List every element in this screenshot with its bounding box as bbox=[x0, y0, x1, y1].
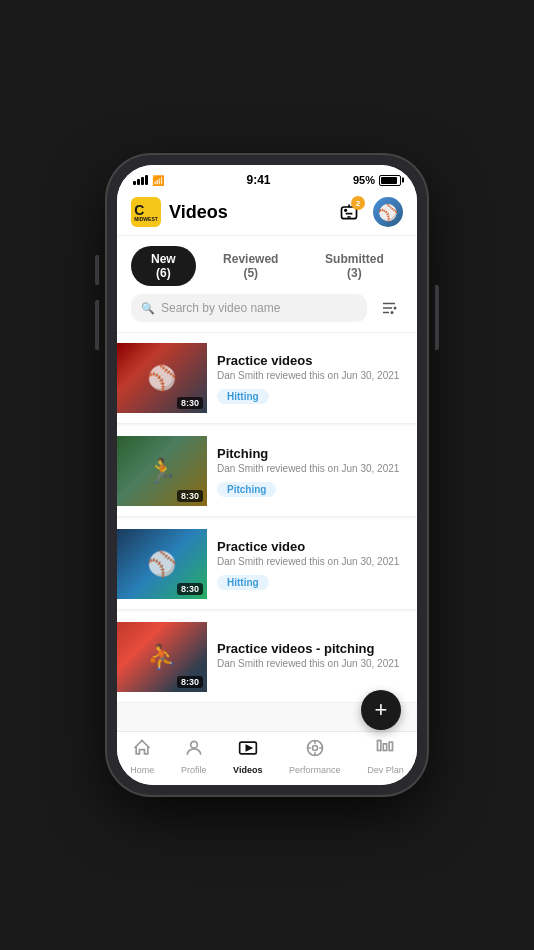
notifications-button[interactable]: 2 bbox=[335, 198, 363, 226]
phone-screen: 📶 9:41 95% C MIDWEST Videos bbox=[117, 165, 417, 785]
svg-rect-17 bbox=[384, 744, 387, 751]
logo-subtitle: MIDWEST bbox=[134, 216, 158, 222]
search-placeholder: Search by video name bbox=[161, 301, 357, 315]
video-tag: Pitching bbox=[217, 482, 276, 497]
list-item[interactable]: ⚾ 8:30 Practice videos Dan Smith reviewe… bbox=[117, 333, 417, 424]
list-item[interactable]: 🏃 8:30 Pitching Dan Smith reviewed this … bbox=[117, 426, 417, 517]
nav-performance-label: Performance bbox=[289, 765, 341, 775]
home-icon bbox=[132, 738, 152, 763]
tab-reviewed[interactable]: Reviewed (5) bbox=[204, 246, 298, 286]
clock: 9:41 bbox=[246, 173, 270, 187]
svg-point-1 bbox=[345, 210, 347, 212]
phone-frame: 📶 9:41 95% C MIDWEST Videos bbox=[107, 155, 427, 795]
svg-point-11 bbox=[312, 746, 317, 751]
video-title: Pitching bbox=[217, 446, 403, 461]
thumb-figure: ⚾ bbox=[147, 364, 177, 392]
app-header: C MIDWEST Videos 2 ⚾ bbox=[117, 191, 417, 236]
wifi-icon: 📶 bbox=[152, 175, 164, 186]
video-info: Practice videos Dan Smith reviewed this … bbox=[217, 353, 403, 404]
tab-submitted[interactable]: Submitted (3) bbox=[306, 246, 403, 286]
filter-icon bbox=[380, 299, 398, 317]
battery-percent: 95% bbox=[353, 174, 375, 186]
video-title: Practice videos - pitching bbox=[217, 641, 403, 656]
list-item[interactable]: ⛹ 8:30 Practice videos - pitching Dan Sm… bbox=[117, 612, 417, 703]
svg-rect-18 bbox=[390, 742, 393, 750]
nav-profile-label: Profile bbox=[181, 765, 207, 775]
search-box[interactable]: 🔍 Search by video name bbox=[131, 294, 367, 322]
content-area: New (6) Reviewed (5) Submitted (3) 🔍 Sea… bbox=[117, 236, 417, 731]
add-video-button[interactable]: + bbox=[361, 690, 401, 730]
nav-devplan[interactable]: Dev Plan bbox=[359, 738, 412, 775]
list-item[interactable]: ⚾ 8:30 Practice video Dan Smith reviewed… bbox=[117, 519, 417, 610]
video-thumbnail: ⛹ 8:30 bbox=[117, 622, 207, 692]
tabs-container: New (6) Reviewed (5) Submitted (3) bbox=[117, 236, 417, 286]
video-title: Practice video bbox=[217, 539, 403, 554]
video-duration: 8:30 bbox=[177, 490, 203, 502]
nav-home-label: Home bbox=[130, 765, 154, 775]
nav-videos[interactable]: Videos bbox=[225, 738, 270, 775]
nav-performance[interactable]: Performance bbox=[281, 738, 349, 775]
volume-buttons[interactable] bbox=[95, 300, 99, 350]
video-tag: Hitting bbox=[217, 575, 269, 590]
performance-icon bbox=[305, 738, 325, 763]
profile-icon bbox=[184, 738, 204, 763]
video-thumbnail: ⚾ 8:30 bbox=[117, 343, 207, 413]
video-reviewer: Dan Smith reviewed this on Jun 30, 2021 bbox=[217, 556, 403, 567]
video-duration: 8:30 bbox=[177, 583, 203, 595]
bottom-navigation: Home Profile Videos bbox=[117, 731, 417, 785]
video-thumbnail: ⚾ 8:30 bbox=[117, 529, 207, 599]
status-bar: 📶 9:41 95% bbox=[117, 165, 417, 191]
logo-letter: C bbox=[134, 203, 158, 217]
svg-marker-9 bbox=[246, 746, 251, 751]
video-tag: Hitting bbox=[217, 389, 269, 404]
video-thumbnail: 🏃 8:30 bbox=[117, 436, 207, 506]
header-actions: 2 ⚾ bbox=[335, 197, 403, 227]
video-duration: 8:30 bbox=[177, 676, 203, 688]
nav-videos-label: Videos bbox=[233, 765, 262, 775]
search-icon: 🔍 bbox=[141, 302, 155, 315]
nav-profile[interactable]: Profile bbox=[173, 738, 215, 775]
thumb-figure: 🏃 bbox=[147, 457, 177, 485]
filter-button[interactable] bbox=[375, 294, 403, 322]
thumb-figure: ⚾ bbox=[147, 550, 177, 578]
avatar[interactable]: ⚾ bbox=[373, 197, 403, 227]
video-reviewer: Dan Smith reviewed this on Jun 30, 2021 bbox=[217, 370, 403, 381]
video-info: Practice videos - pitching Dan Smith rev… bbox=[217, 641, 403, 674]
video-duration: 8:30 bbox=[177, 397, 203, 409]
battery-icon bbox=[379, 175, 401, 186]
power-button[interactable] bbox=[435, 285, 439, 350]
video-info: Practice video Dan Smith reviewed this o… bbox=[217, 539, 403, 590]
svg-rect-16 bbox=[378, 741, 381, 751]
svg-point-6 bbox=[391, 311, 394, 314]
app-logo: C MIDWEST bbox=[131, 197, 161, 227]
videos-icon bbox=[238, 738, 258, 763]
status-right: 95% bbox=[353, 174, 401, 186]
search-container: 🔍 Search by video name bbox=[117, 286, 417, 333]
video-info: Pitching Dan Smith reviewed this on Jun … bbox=[217, 446, 403, 497]
page-title: Videos bbox=[169, 202, 327, 223]
notification-badge: 2 bbox=[351, 196, 365, 210]
svg-point-7 bbox=[190, 741, 197, 748]
status-left: 📶 bbox=[133, 175, 164, 186]
tab-new[interactable]: New (6) bbox=[131, 246, 196, 286]
volume-mute-button[interactable] bbox=[95, 255, 99, 285]
signal-icon bbox=[133, 175, 148, 185]
video-reviewer: Dan Smith reviewed this on Jun 30, 2021 bbox=[217, 658, 403, 669]
svg-point-5 bbox=[394, 307, 397, 310]
nav-devplan-label: Dev Plan bbox=[367, 765, 404, 775]
devplan-icon bbox=[375, 738, 395, 763]
video-list: ⚾ 8:30 Practice videos Dan Smith reviewe… bbox=[117, 333, 417, 731]
video-reviewer: Dan Smith reviewed this on Jun 30, 2021 bbox=[217, 463, 403, 474]
thumb-figure: ⛹ bbox=[147, 643, 177, 671]
video-title: Practice videos bbox=[217, 353, 403, 368]
nav-home[interactable]: Home bbox=[122, 738, 162, 775]
